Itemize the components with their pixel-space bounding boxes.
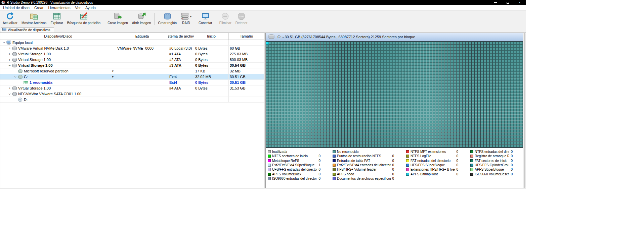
sector-block[interactable] — [441, 63, 444, 66]
sector-block[interactable] — [381, 135, 384, 138]
sector-block[interactable] — [460, 120, 462, 123]
sector-block[interactable] — [372, 57, 375, 60]
sector-block[interactable] — [363, 114, 366, 117]
sector-block[interactable] — [447, 108, 450, 111]
sector-block[interactable] — [520, 51, 523, 54]
sector-block[interactable] — [354, 135, 356, 138]
sector-block[interactable] — [378, 84, 381, 87]
sector-block[interactable] — [290, 111, 293, 114]
sector-block[interactable] — [393, 90, 396, 93]
sector-block[interactable] — [450, 72, 453, 75]
sector-block[interactable] — [463, 129, 465, 132]
sector-block[interactable] — [354, 99, 356, 102]
tree-expander-collapsed[interactable]: › — [7, 57, 12, 62]
sector-block[interactable] — [469, 87, 471, 90]
sector-block[interactable] — [293, 123, 296, 126]
sector-block[interactable] — [360, 145, 362, 147]
sector-block[interactable] — [463, 111, 465, 114]
sector-block[interactable] — [393, 141, 396, 144]
tree-expander-collapsed[interactable]: › — [7, 86, 12, 91]
sector-block[interactable] — [275, 138, 278, 141]
sector-block[interactable] — [460, 69, 462, 72]
sector-block[interactable] — [348, 45, 350, 48]
sector-block[interactable] — [481, 111, 483, 114]
sector-block[interactable] — [384, 96, 387, 99]
sector-block[interactable] — [339, 108, 341, 111]
sector-block[interactable] — [342, 129, 344, 132]
sector-block[interactable] — [342, 114, 344, 117]
sector-block[interactable] — [275, 87, 278, 90]
sector-block[interactable] — [487, 54, 489, 57]
sector-block[interactable] — [351, 72, 353, 75]
sector-block[interactable] — [499, 54, 502, 57]
sector-block[interactable] — [311, 51, 314, 54]
sector-block[interactable] — [517, 69, 520, 72]
sector-block[interactable] — [484, 42, 486, 45]
sector-block[interactable] — [408, 105, 411, 108]
sector-block[interactable] — [278, 132, 281, 135]
sector-block[interactable] — [438, 93, 441, 96]
sector-block[interactable] — [508, 102, 511, 105]
sector-block[interactable] — [366, 87, 369, 90]
sector-block[interactable] — [511, 84, 514, 87]
sector-block[interactable] — [284, 75, 287, 78]
tab-device-view[interactable]: Visualización de dispositivos — [1, 27, 54, 33]
sector-block[interactable] — [327, 75, 329, 78]
sector-block[interactable] — [408, 75, 411, 78]
sector-block[interactable] — [447, 45, 450, 48]
sector-block[interactable] — [390, 141, 393, 144]
sector-block[interactable] — [311, 132, 314, 135]
sector-block[interactable] — [393, 63, 396, 66]
sector-block[interactable] — [333, 63, 335, 66]
sector-block[interactable] — [463, 69, 465, 72]
sector-block[interactable] — [281, 111, 284, 114]
sector-block[interactable] — [514, 114, 517, 117]
sector-block[interactable] — [511, 96, 514, 99]
sector-block[interactable] — [435, 102, 438, 105]
sector-block[interactable] — [505, 69, 508, 72]
sector-block[interactable] — [469, 120, 471, 123]
sector-block[interactable] — [429, 63, 432, 66]
sector-block[interactable] — [444, 63, 447, 66]
sector-block[interactable] — [308, 72, 311, 75]
sector-block[interactable] — [429, 45, 432, 48]
sector-block[interactable] — [444, 51, 447, 54]
sector-block[interactable] — [475, 138, 477, 141]
sector-block[interactable] — [457, 99, 459, 102]
sector-block[interactable] — [369, 105, 372, 108]
sector-block[interactable] — [384, 126, 387, 129]
sector-block[interactable] — [339, 63, 341, 66]
sector-block[interactable] — [357, 75, 359, 78]
sector-block[interactable] — [469, 126, 471, 129]
sector-block[interactable] — [330, 141, 332, 144]
sector-block[interactable] — [320, 132, 323, 135]
sector-block[interactable] — [514, 105, 517, 108]
sector-block[interactable] — [378, 72, 381, 75]
sector-block[interactable] — [387, 45, 390, 48]
sector-block[interactable] — [305, 81, 308, 84]
sector-block[interactable] — [478, 96, 480, 99]
sector-block[interactable] — [499, 138, 502, 141]
sector-block[interactable] — [396, 75, 399, 78]
sector-block[interactable] — [514, 135, 517, 138]
sector-block[interactable] — [511, 81, 514, 84]
sector-block[interactable] — [450, 69, 453, 72]
sector-block[interactable] — [511, 117, 514, 120]
sector-block[interactable] — [363, 96, 366, 99]
sector-block[interactable] — [414, 72, 417, 75]
column-header-sistema-de-archivos[interactable]: Sistema de archivos — [168, 33, 194, 40]
sector-block[interactable] — [287, 87, 290, 90]
sector-block[interactable] — [381, 145, 384, 147]
sector-block[interactable] — [423, 120, 426, 123]
sector-block[interactable] — [499, 123, 502, 126]
sector-block[interactable] — [384, 141, 387, 144]
sector-block[interactable] — [372, 117, 375, 120]
sector-block[interactable] — [381, 81, 384, 84]
sector-block[interactable] — [269, 84, 272, 87]
sector-block[interactable] — [360, 114, 362, 117]
sector-block[interactable] — [281, 99, 284, 102]
raid-button[interactable]: ▾RAID — [179, 11, 194, 26]
sector-block[interactable] — [366, 90, 369, 93]
sector-block[interactable] — [293, 102, 296, 105]
sector-block[interactable] — [432, 48, 435, 51]
